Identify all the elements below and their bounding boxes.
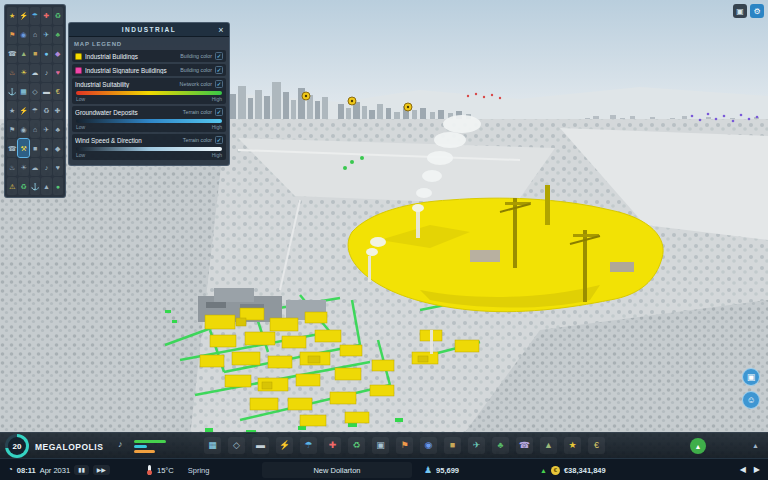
- infoview-icon-1[interactable]: ★: [7, 7, 17, 25]
- infoview-icon-23[interactable]: ◇: [30, 83, 40, 101]
- check-icon: ✓: [216, 53, 221, 59]
- infoview-icon-6[interactable]: ⚑: [7, 26, 17, 44]
- toolbar-icon-transportation[interactable]: ✈: [468, 437, 485, 454]
- infoview-icon-14[interactable]: ●: [41, 45, 51, 63]
- toolbar-icon-water-sewage[interactable]: ☂: [300, 437, 317, 454]
- infoview-icon-43[interactable]: ☁: [30, 158, 40, 176]
- chevron-left-icon[interactable]: ◀: [740, 466, 746, 474]
- toolbar-icon-areas[interactable]: ◇: [228, 437, 245, 454]
- infoview-icon-17[interactable]: ☀: [18, 64, 28, 82]
- infoview-icon-22[interactable]: ▦: [18, 83, 28, 101]
- toolbar-icon-economy[interactable]: €: [588, 437, 605, 454]
- infoview-icon-40[interactable]: ◆: [53, 139, 63, 157]
- toolbar-icon-communications[interactable]: ☎: [516, 437, 533, 454]
- volume-icon[interactable]: ♪: [118, 440, 123, 449]
- toolbar-icon-signature-buildings[interactable]: ★: [564, 437, 581, 454]
- legend-checkbox[interactable]: ✓: [215, 108, 223, 116]
- city-name[interactable]: MEGALOPOLIS: [35, 442, 103, 452]
- infoview-icon-47[interactable]: ♻: [18, 177, 28, 195]
- toolbar-icon-education[interactable]: ▣: [372, 437, 389, 454]
- infoview-icon-5[interactable]: ♻: [53, 7, 63, 25]
- infoview-icon-25[interactable]: €: [53, 83, 63, 101]
- infoview-icon-26[interactable]: ★: [7, 101, 17, 119]
- infoview-icon-46[interactable]: ⚠: [7, 177, 17, 195]
- infoview-icon-4[interactable]: ✚: [41, 7, 51, 25]
- infoview-icon-12[interactable]: ▲: [18, 45, 28, 63]
- toolbar-icon-zones[interactable]: ▦: [204, 437, 221, 454]
- trend-up-icon: ▲: [540, 467, 547, 474]
- temperature: 15°C: [157, 466, 174, 475]
- infoview-icon-16[interactable]: ♨: [7, 64, 17, 82]
- infoview-icon-13[interactable]: ■: [30, 45, 40, 63]
- population-display[interactable]: ♟ 95,699: [424, 459, 459, 480]
- infoview-icon-42[interactable]: ☀: [18, 158, 28, 176]
- toolbar-icon-roads[interactable]: ▬: [252, 437, 269, 454]
- infoview-icon-50[interactable]: ●: [53, 177, 63, 195]
- legend-checkbox[interactable]: ✓: [215, 80, 223, 88]
- infoview-icon-20[interactable]: ♥: [53, 64, 63, 82]
- infoview-icon-7[interactable]: ◉: [18, 26, 28, 44]
- infoview-icon-18[interactable]: ☁: [30, 64, 40, 82]
- infoview-icon-industrial[interactable]: ⚒: [18, 139, 28, 157]
- close-icon[interactable]: ×: [215, 24, 227, 36]
- infoview-icon-48[interactable]: ⚓: [30, 177, 40, 195]
- toolbar-icon-fire-rescue[interactable]: ⚑: [396, 437, 413, 454]
- milestone-badge[interactable]: 20: [5, 434, 29, 458]
- money-display[interactable]: ▲ € €38,341,849: [540, 459, 606, 480]
- infoview-icon-41[interactable]: ♨: [7, 158, 17, 176]
- infoview-icon-11[interactable]: ☎: [7, 45, 17, 63]
- infoview-icon-27[interactable]: ⚡: [18, 101, 28, 119]
- infoview-icon-15[interactable]: ◆: [53, 45, 63, 63]
- check-icon: ✓: [216, 81, 221, 87]
- chevron-right-icon[interactable]: ▶: [754, 466, 760, 474]
- gear-icon[interactable]: ⚙: [750, 4, 764, 18]
- screenshot-icon[interactable]: ▣: [733, 4, 747, 18]
- game-date: Apr 2031: [40, 466, 70, 475]
- infoview-icon-36[interactable]: ☎: [7, 139, 17, 157]
- infoview-icon-45[interactable]: ♥: [53, 158, 63, 176]
- infoview-icon-19[interactable]: ♪: [41, 64, 51, 82]
- infoview-icon-38[interactable]: ■: [30, 139, 40, 157]
- top-right-buttons: ▣ ⚙: [733, 4, 764, 18]
- infoview-icon-10[interactable]: ♣: [53, 26, 63, 44]
- infoview-icon-35[interactable]: ♣: [53, 120, 63, 138]
- money-value: €38,341,849: [564, 466, 606, 475]
- chevron-up-icon[interactable]: ▲: [752, 442, 759, 449]
- infoview-icon-9[interactable]: ✈: [41, 26, 51, 44]
- infoview-icon-34[interactable]: ✈: [41, 120, 51, 138]
- legend-checkbox[interactable]: ✓: [215, 66, 223, 74]
- toolbar-icon-health-deathcare[interactable]: ✚: [324, 437, 341, 454]
- season: Spring: [188, 466, 210, 475]
- photo-mode-button[interactable]: ▣: [742, 368, 760, 386]
- toolbar-icon-police[interactable]: ◉: [420, 437, 437, 454]
- infoview-icon-44[interactable]: ♪: [41, 158, 51, 176]
- infoview-icon-39[interactable]: ●: [41, 139, 51, 157]
- legend-high-label: High: [212, 124, 222, 130]
- progression-button[interactable]: ▲: [690, 438, 706, 454]
- legend-low-label: Low: [76, 124, 85, 130]
- infoview-icon-24[interactable]: ▬: [41, 83, 51, 101]
- infoview-icon-30[interactable]: ✚: [53, 101, 63, 119]
- district-display[interactable]: New Dollarton: [262, 462, 412, 478]
- infoview-icon-2[interactable]: ⚡: [18, 7, 28, 25]
- infoview-icon-3[interactable]: ☂: [30, 7, 40, 25]
- infoview-icon-31[interactable]: ⚑: [7, 120, 17, 138]
- pause-button[interactable]: ▮▮: [74, 465, 89, 475]
- infoview-icon-33[interactable]: ⌂: [30, 120, 40, 138]
- legend-checkbox[interactable]: ✓: [215, 52, 223, 60]
- infoview-icon-21[interactable]: ⚓: [7, 83, 17, 101]
- speed-button[interactable]: ▶▶: [93, 465, 110, 475]
- infoview-icon-49[interactable]: ▲: [41, 177, 51, 195]
- infoview-icon-28[interactable]: ☂: [30, 101, 40, 119]
- infoview-icon-8[interactable]: ⌂: [30, 26, 40, 44]
- demand-widget[interactable]: [134, 440, 166, 453]
- toolbar-icon-parks-recreation[interactable]: ♣: [492, 437, 509, 454]
- toolbar-icon-electricity[interactable]: ⚡: [276, 437, 293, 454]
- legend-checkbox[interactable]: ✓: [215, 136, 223, 144]
- infoview-icon-32[interactable]: ◉: [18, 120, 28, 138]
- toolbar-icon-landscaping[interactable]: ▲: [540, 437, 557, 454]
- toolbar-icon-administration[interactable]: ■: [444, 437, 461, 454]
- chirper-button[interactable]: ☺: [742, 391, 760, 409]
- toolbar-icon-garbage[interactable]: ♻: [348, 437, 365, 454]
- infoview-icon-29[interactable]: ♻: [41, 101, 51, 119]
